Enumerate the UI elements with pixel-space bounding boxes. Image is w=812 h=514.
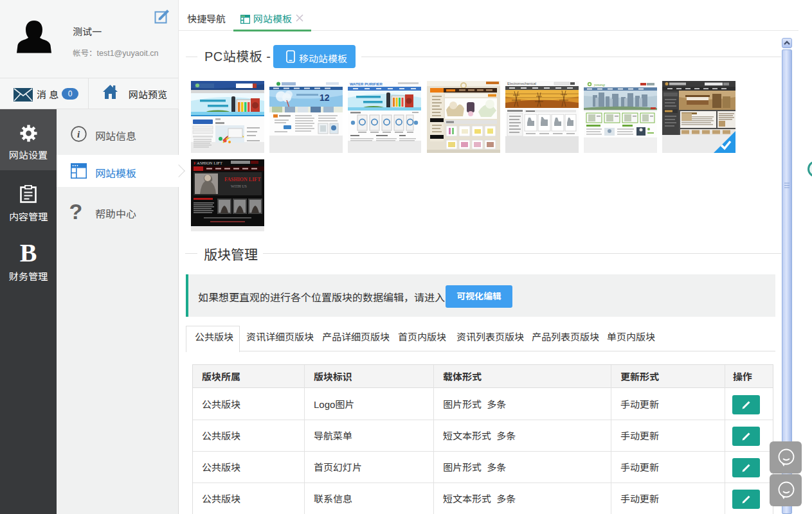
svg-text:WATER PURIFIER: WATER PURIFIER (350, 82, 383, 86)
svg-text:ASHION LIFT: ASHION LIFT (197, 161, 222, 165)
svg-text:12: 12 (320, 93, 330, 103)
svg-text:F: F (194, 161, 196, 166)
svg-text:FASHION LIFT: FASHION LIFT (224, 177, 261, 182)
svg-text:WITH US: WITH US (231, 184, 247, 188)
svg-text:Electromechanical: Electromechanical (507, 82, 536, 85)
svg-text:i: i (77, 129, 80, 139)
svg-text:young: young (593, 82, 606, 87)
